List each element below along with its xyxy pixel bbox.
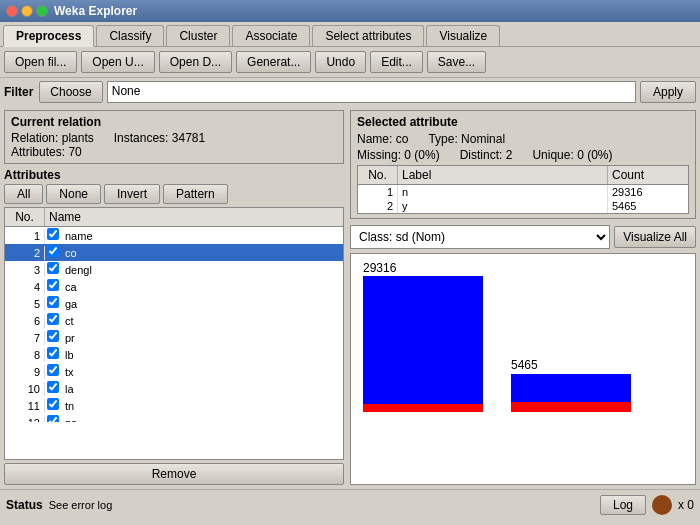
tab-preprocess[interactable]: Preprocess <box>3 25 94 47</box>
invert-button[interactable]: Invert <box>104 184 160 204</box>
col-name-header: Name <box>45 208 343 226</box>
attr-checkbox[interactable] <box>45 295 61 312</box>
tab-visualize[interactable]: Visualize <box>426 25 500 46</box>
attr-checkbox[interactable] <box>45 363 61 380</box>
relation-name: Relation: plants <box>11 131 94 145</box>
attributes-title: Attributes <box>4 168 344 182</box>
class-row: Class: sd (Nom) Visualize All <box>350 225 696 249</box>
bar2-blue <box>511 374 631 404</box>
class-select[interactable]: Class: sd (Nom) <box>350 225 610 249</box>
table-row[interactable]: 9 tx <box>5 363 343 380</box>
bar1-red <box>363 404 483 412</box>
attr-checkbox[interactable] <box>45 278 61 295</box>
lc-count-2: 5465 <box>608 199 688 213</box>
attr-row-name: la <box>61 382 343 396</box>
selected-attr-title: Selected attribute <box>357 115 689 129</box>
attr-details-2: Missing: 0 (0%) Distinct: 2 Unique: 0 (0… <box>357 148 689 162</box>
generate-button[interactable]: Generat... <box>236 51 311 73</box>
open-db-button[interactable]: Open D... <box>159 51 232 73</box>
attributes-info: Attributes: 70 <box>11 145 337 159</box>
table-row[interactable]: 6 ct <box>5 312 343 329</box>
attr-type-label: Type: Nominal <box>428 132 505 146</box>
table-row[interactable]: 10 la <box>5 380 343 397</box>
none-button[interactable]: None <box>46 184 101 204</box>
remove-btn-row: Remove <box>4 463 344 485</box>
attr-checkbox[interactable] <box>45 227 61 244</box>
pattern-button[interactable]: Pattern <box>163 184 228 204</box>
attr-row-name: tn <box>61 399 343 413</box>
filter-value: None <box>107 81 636 103</box>
choose-button[interactable]: Choose <box>39 81 102 103</box>
edit-button[interactable]: Edit... <box>370 51 423 73</box>
attr-name-label: Name: co <box>357 132 408 146</box>
table-row[interactable]: 3 dengl <box>5 261 343 278</box>
x-label: x 0 <box>678 498 694 512</box>
all-button[interactable]: All <box>4 184 43 204</box>
lc-header: No. Label Count <box>358 166 688 185</box>
tab-associate[interactable]: Associate <box>232 25 310 46</box>
lc-col-label: Label <box>398 166 608 184</box>
tab-cluster[interactable]: Cluster <box>166 25 230 46</box>
attr-missing: Missing: 0 (0%) <box>357 148 440 162</box>
minimize-button[interactable] <box>21 5 33 17</box>
attr-checkbox[interactable] <box>45 261 61 278</box>
chart-area: 29316 5465 <box>350 253 696 485</box>
attr-row-no: 12 <box>5 416 45 423</box>
table-row[interactable]: 12 pa <box>5 414 343 422</box>
filter-row: Filter Choose None Apply <box>0 78 700 106</box>
label-count-table: No. Label Count 1 n 29316 2 y 5465 <box>357 165 689 214</box>
lc-row-1: 1 n 29316 <box>358 185 688 199</box>
undo-button[interactable]: Undo <box>315 51 366 73</box>
apply-button[interactable]: Apply <box>640 81 696 103</box>
attr-buttons: All None Invert Pattern <box>4 184 344 204</box>
attr-row-name: pa <box>61 416 343 423</box>
attr-row-no: 5 <box>5 297 45 311</box>
current-relation-title: Current relation <box>11 115 337 129</box>
attr-row-name: tx <box>61 365 343 379</box>
table-row[interactable]: 5 ga <box>5 295 343 312</box>
lc-label-1: n <box>398 185 608 199</box>
attr-checkbox[interactable] <box>45 346 61 363</box>
table-row[interactable]: 7 pr <box>5 329 343 346</box>
open-url-button[interactable]: Open U... <box>81 51 154 73</box>
attr-checkbox[interactable] <box>45 244 61 261</box>
selected-attribute: Selected attribute Name: co Type: Nomina… <box>350 110 696 219</box>
relation-info: Relation: plants Instances: 34781 <box>11 131 337 145</box>
lc-col-no: No. <box>358 166 398 184</box>
weka-icon <box>652 495 672 515</box>
attr-unique: Unique: 0 (0%) <box>532 148 612 162</box>
close-button[interactable] <box>6 5 18 17</box>
attr-row-no: 1 <box>5 229 45 243</box>
table-row[interactable]: 1 name <box>5 227 343 244</box>
bar2-red <box>511 402 631 412</box>
attr-checkbox[interactable] <box>45 414 61 422</box>
table-row[interactable]: 8 lb <box>5 346 343 363</box>
chart-svg: 29316 5465 <box>351 254 695 484</box>
status-message: See error log <box>49 499 594 511</box>
attr-checkbox[interactable] <box>45 329 61 346</box>
table-row[interactable]: 11 tn <box>5 397 343 414</box>
attr-checkbox[interactable] <box>45 312 61 329</box>
maximize-button[interactable] <box>36 5 48 17</box>
attr-checkbox[interactable] <box>45 397 61 414</box>
table-row[interactable]: 2 co <box>5 244 343 261</box>
log-button[interactable]: Log <box>600 495 646 515</box>
window-controls[interactable] <box>6 5 48 17</box>
attr-row-name: ca <box>61 280 343 294</box>
lc-row-2: 2 y 5465 <box>358 199 688 213</box>
remove-button[interactable]: Remove <box>4 463 344 485</box>
right-panel: Selected attribute Name: co Type: Nomina… <box>350 110 696 485</box>
save-button[interactable]: Save... <box>427 51 486 73</box>
attr-row-no: 8 <box>5 348 45 362</box>
tab-select-attributes[interactable]: Select attributes <box>312 25 424 46</box>
attr-table-header: No. Name <box>5 208 343 227</box>
open-file-button[interactable]: Open fil... <box>4 51 77 73</box>
col-no-header: No. <box>5 208 45 226</box>
tab-classify[interactable]: Classify <box>96 25 164 46</box>
table-row[interactable]: 4 ca <box>5 278 343 295</box>
attr-rows[interactable]: 1 name 2 co 3 dengl 4 ca 5 ga 6 ct 7 pr … <box>5 227 343 422</box>
visualize-all-button[interactable]: Visualize All <box>614 226 696 248</box>
lc-no-2: 2 <box>358 199 398 213</box>
attr-checkbox[interactable] <box>45 380 61 397</box>
attr-row-no: 11 <box>5 399 45 413</box>
